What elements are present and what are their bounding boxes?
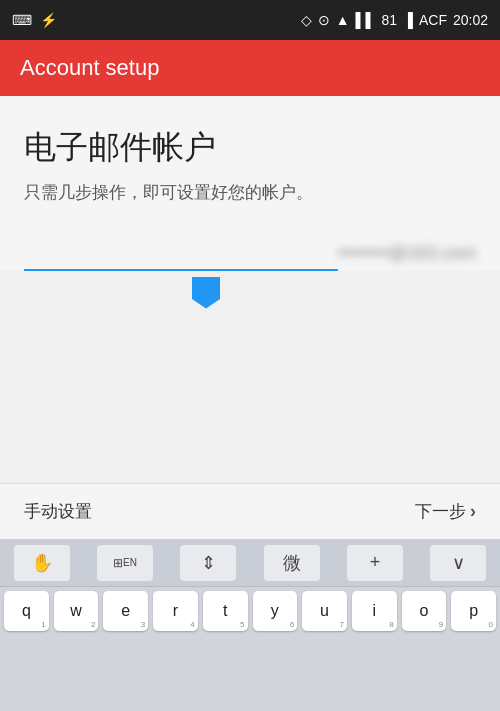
email-input-wrapper[interactable]: ••••••••@163.com (24, 236, 476, 271)
add-tool-button[interactable]: + (347, 545, 403, 581)
email-display: ••••••••@163.com (338, 243, 476, 264)
key-e[interactable]: e3 (103, 591, 148, 631)
time-label: 20:02 (453, 12, 488, 28)
manual-setup-button[interactable]: 手动设置 (24, 500, 92, 523)
page-heading: 电子邮件帐户 (24, 126, 476, 170)
wifi-icon: ▲ (336, 12, 350, 28)
bottom-nav: 手动设置 下一步 › (0, 483, 500, 539)
key-y[interactable]: y6 (253, 591, 298, 631)
app-bar: Account setup (0, 40, 500, 96)
email-input-container[interactable]: ••••••••@163.com (24, 236, 476, 271)
cursor-tool-button[interactable]: ⇕ (180, 545, 236, 581)
keyboard: ✋ ⊞EN ⇕ 微 + ∨ q1 w2 e3 r4 t5 y6 u7 i8 o9… (0, 539, 500, 711)
key-p[interactable]: p0 (451, 591, 496, 631)
chevron-right-icon: › (470, 501, 476, 522)
next-step-area[interactable]: 下一步 › (415, 500, 476, 523)
collapse-tool-button[interactable]: ∨ (430, 545, 486, 581)
key-o[interactable]: o9 (402, 591, 447, 631)
key-t[interactable]: t5 (203, 591, 248, 631)
app-bar-title: Account setup (20, 55, 159, 81)
next-step-label: 下一步 (415, 500, 466, 523)
key-r[interactable]: r4 (153, 591, 198, 631)
battery-level: 81 (381, 12, 397, 28)
key-q[interactable]: q1 (4, 591, 49, 631)
status-bar-right: ◇ ⊙ ▲ ▌▌ 81 ▐ ACF 20:02 (301, 12, 488, 28)
hand-tool-button[interactable]: ✋ (14, 545, 70, 581)
key-i[interactable]: i8 (352, 591, 397, 631)
weibo-tool-button[interactable]: 微 (264, 545, 320, 581)
keyboard-row-1: q1 w2 e3 r4 t5 y6 u7 i8 o9 p0 (4, 591, 496, 631)
main-content: 电子邮件帐户 只需几步操作，即可设置好您的帐户。 ••••••••@163.co… (0, 96, 500, 271)
lightning-status-icon: ⚡ (40, 12, 57, 28)
battery-icon: ▐ (403, 12, 413, 28)
key-u[interactable]: u7 (302, 591, 347, 631)
carrier-label: ACF (419, 12, 447, 28)
cursor-handle (192, 277, 220, 309)
keyboard-toolbar: ✋ ⊞EN ⇕ 微 + ∨ (0, 539, 500, 587)
page-subtitle: 只需几步操作，即可设置好您的帐户。 (24, 180, 476, 206)
keyboard-status-icon: ⌨ (12, 12, 32, 28)
grid-en-tool-button[interactable]: ⊞EN (97, 545, 153, 581)
clock-icon: ⊙ (318, 12, 330, 28)
key-w[interactable]: w2 (54, 591, 99, 631)
status-bar-left: ⌨ ⚡ (12, 12, 57, 28)
sim-icon: ◇ (301, 12, 312, 28)
signal-icon: ▌▌ (356, 12, 376, 28)
keyboard-rows: q1 w2 e3 r4 t5 y6 u7 i8 o9 p0 (0, 587, 500, 640)
status-bar: ⌨ ⚡ ◇ ⊙ ▲ ▌▌ 81 ▐ ACF 20:02 (0, 0, 500, 40)
email-input[interactable] (24, 236, 338, 271)
